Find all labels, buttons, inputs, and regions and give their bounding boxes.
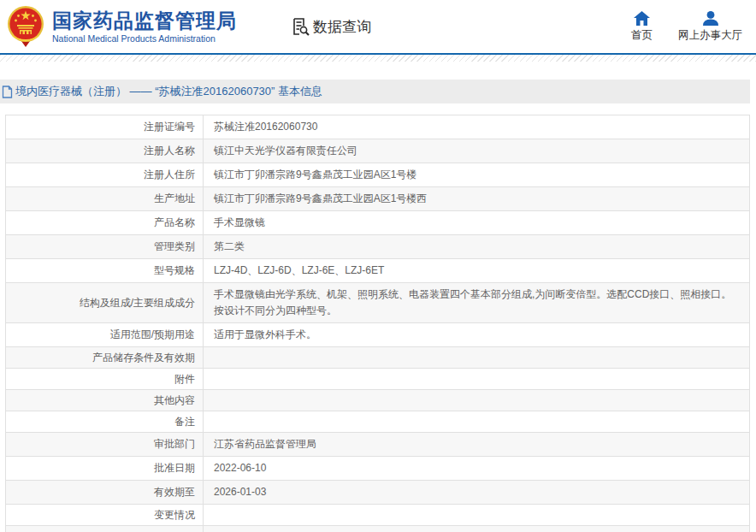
row-value: 镇江中天光学仪器有限责任公司	[204, 139, 750, 163]
row-label-text: 产品名称	[154, 216, 195, 230]
nav-home-label: 首页	[631, 28, 653, 43]
row-value: 第二类	[204, 235, 750, 259]
breadcrumb-text: 境内医疗器械（注册） —— “苏械注准20162060730” 基本信息	[15, 84, 322, 99]
row-value-text: 苏械注准20162060730	[214, 121, 317, 133]
row-label: 备注	[6, 411, 204, 433]
row-label-text: 产品储存条件及有效期	[92, 351, 195, 365]
row-label: 变更情况	[6, 505, 204, 526]
row-label-text: 备注	[174, 415, 195, 429]
table-row: 变更情况	[6, 505, 750, 526]
table-row: 注册人名称镇江中天光学仪器有限责任公司	[6, 139, 750, 163]
row-label-text: 注册人住所	[144, 168, 195, 182]
row-value: 详情	[204, 526, 750, 532]
table-row: 生产地址镇江市丁卯潘宗路9号鑫鼎茂工业园A区1号楼西	[6, 187, 750, 211]
row-label-text: 有效期至	[154, 485, 195, 499]
row-value: 2026-01-03	[204, 481, 750, 505]
row-value	[204, 369, 750, 390]
national-emblem-icon	[7, 5, 44, 48]
nav-service-hall[interactable]: 网上办事大厅	[678, 11, 742, 43]
table-row: 附件	[6, 369, 750, 390]
table-row: 注册人住所镇江市丁卯潘宗路9号鑫鼎茂工业园A区1号楼	[6, 163, 750, 187]
table-row: 产品储存条件及有效期	[6, 347, 750, 369]
registration-info-table: 注册证编号苏械注准20162060730注册人名称镇江中天光学仪器有限责任公司注…	[5, 115, 750, 532]
row-label: 产品储存条件及有效期	[6, 347, 204, 369]
row-value-text: 2026-01-03	[214, 486, 266, 498]
row-value: 江苏省药品监督管理局	[204, 433, 750, 457]
row-label: 型号规格	[6, 259, 204, 283]
home-icon	[634, 11, 650, 26]
nmpa-logo: 国家药品监督管理局 National Medical Products Admi…	[7, 5, 237, 48]
row-label: 有效期至	[6, 481, 204, 505]
row-label: 审批部门	[6, 433, 204, 457]
row-label: 其他内容	[6, 390, 204, 411]
row-value: 手术显微镜由光学系统、机架、照明系统、电器装置四个基本部分组成,为间断变倍型。选…	[204, 283, 750, 323]
row-label: 产品名称	[6, 211, 204, 235]
data-query-label: 数据查询	[313, 17, 371, 37]
row-label: 批准日期	[6, 457, 204, 481]
table-row: 结构及组成/主要组成成分手术显微镜由光学系统、机架、照明系统、电器装置四个基本部…	[6, 283, 750, 323]
row-value-text: LZJ-4D、LZJ-6D、LZJ-6E、LZJ-6ET	[214, 264, 384, 276]
table-row: 注详情	[6, 526, 750, 532]
table-row: 批准日期2022-06-10	[6, 457, 750, 481]
row-value-text: 手术显微镜	[214, 216, 265, 228]
header: 国家药品监督管理局 National Medical Products Admi…	[0, 0, 756, 55]
table-row: 注册证编号苏械注准20162060730	[6, 115, 750, 139]
row-value-text: 江苏省药品监督管理局	[214, 438, 316, 450]
row-label-text: 适用范围/预期用途	[110, 328, 195, 342]
row-value: 手术显微镜	[204, 211, 750, 235]
row-value: 镇江市丁卯潘宗路9号鑫鼎茂工业园A区1号楼	[204, 163, 750, 187]
org-title-en: National Medical Products Administration	[52, 33, 237, 44]
row-label-text: 注册人名称	[144, 144, 195, 158]
data-query-button[interactable]: 数据查询	[290, 16, 371, 37]
row-label-text: 变更情况	[154, 508, 195, 523]
row-value-text: 第二类	[214, 240, 245, 252]
row-label-text: 管理类别	[154, 239, 195, 254]
table-row: 型号规格LZJ-4D、LZJ-6D、LZJ-6E、LZJ-6ET	[6, 259, 750, 283]
row-label-text: 附件	[174, 372, 195, 387]
document-search-icon	[290, 16, 310, 37]
row-value-text: 镇江市丁卯潘宗路9号鑫鼎茂工业园A区1号楼	[214, 168, 416, 180]
row-label-text: 型号规格	[154, 263, 195, 278]
row-label-text: 其他内容	[154, 393, 195, 408]
header-nav: 首页 网上办事大厅	[631, 11, 751, 43]
row-value-text: 2022-06-10	[214, 462, 266, 474]
table-row: 审批部门江苏省药品监督管理局	[6, 433, 750, 457]
info-table-body: 注册证编号苏械注准20162060730注册人名称镇江中天光学仪器有限责任公司注…	[6, 115, 750, 532]
row-label: 注册证编号	[6, 115, 204, 139]
table-row: 备注	[6, 411, 750, 433]
row-label: 适用范围/预期用途	[6, 323, 204, 347]
breadcrumb: 境内医疗器械（注册） —— “苏械注准20162060730” 基本信息	[0, 80, 750, 103]
nav-service-hall-label: 网上办事大厅	[678, 28, 742, 43]
header-hatch-divider	[0, 55, 756, 62]
row-value: LZJ-4D、LZJ-6D、LZJ-6E、LZJ-6ET	[204, 259, 750, 283]
row-label-text: 注册证编号	[144, 120, 195, 134]
row-value	[204, 347, 750, 369]
row-label: 注册人名称	[6, 139, 204, 163]
row-value	[204, 505, 750, 526]
row-value-text: 镇江市丁卯潘宗路9号鑫鼎茂工业园A区1号楼西	[214, 192, 427, 204]
row-value: 镇江市丁卯潘宗路9号鑫鼎茂工业园A区1号楼西	[204, 187, 750, 211]
row-value: 苏械注准20162060730	[204, 115, 750, 139]
page-icon	[2, 86, 13, 98]
row-value-text: 手术显微镜由光学系统、机架、照明系统、电器装置四个基本部分组成,为间断变倍型。选…	[214, 288, 731, 316]
user-icon	[703, 11, 718, 26]
row-value	[204, 390, 750, 411]
row-value-text: 适用于显微外科手术。	[214, 328, 316, 340]
row-label: 注	[6, 526, 204, 532]
table-row: 其他内容	[6, 390, 750, 411]
table-row: 有效期至2026-01-03	[6, 481, 750, 505]
row-value	[204, 411, 750, 433]
row-label-text: 审批部门	[154, 437, 195, 452]
row-label-text: 批准日期	[154, 461, 195, 476]
row-label: 生产地址	[6, 187, 204, 211]
row-label: 注册人住所	[6, 163, 204, 187]
row-label: 管理类别	[6, 235, 204, 259]
table-row: 管理类别第二类	[6, 235, 750, 259]
row-label-text: 生产地址	[154, 192, 195, 206]
nav-home[interactable]: 首页	[631, 11, 653, 43]
row-value: 适用于显微外科手术。	[204, 323, 750, 347]
row-label: 附件	[6, 369, 204, 390]
row-label: 结构及组成/主要组成成分	[6, 283, 204, 323]
table-row: 产品名称手术显微镜	[6, 211, 750, 235]
table-row: 适用范围/预期用途适用于显微外科手术。	[6, 323, 750, 347]
